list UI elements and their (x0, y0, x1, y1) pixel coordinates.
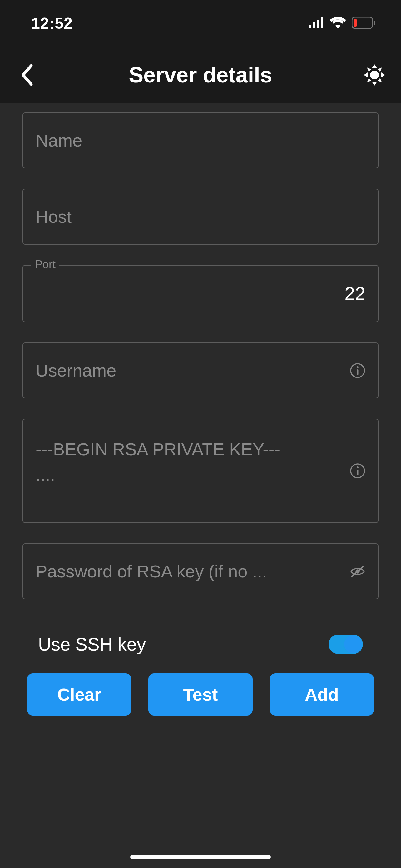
status-time: 12:52 (31, 14, 73, 32)
svg-point-20 (357, 466, 359, 468)
clear-button[interactable]: Clear (27, 673, 131, 715)
svg-rect-6 (354, 19, 357, 27)
username-input[interactable] (36, 360, 340, 380)
port-field-box[interactable]: 22 (23, 265, 378, 322)
chevron-left-icon (20, 64, 33, 86)
svg-marker-15 (377, 78, 382, 83)
rsakey-info-button[interactable] (350, 463, 365, 479)
rsakey-textarea[interactable] (36, 436, 340, 505)
svg-marker-8 (372, 64, 377, 68)
wifi-icon (330, 17, 346, 30)
cellular-icon (308, 17, 324, 30)
rsakey-field-wrapper (23, 419, 378, 523)
password-input[interactable] (36, 561, 340, 582)
app-header: Server details (0, 47, 401, 103)
ssh-key-toggle-label: Use SSH key (38, 634, 146, 655)
home-indicator[interactable] (130, 855, 271, 859)
page-title: Server details (39, 62, 362, 88)
back-button[interactable] (14, 62, 39, 88)
gear-icon (364, 64, 385, 86)
svg-line-23 (352, 566, 364, 577)
username-info-button[interactable] (350, 363, 365, 378)
svg-rect-18 (357, 369, 359, 375)
status-bar: 12:52 (0, 0, 401, 47)
name-input[interactable] (36, 130, 365, 151)
svg-marker-12 (367, 67, 371, 72)
action-button-row: Clear Test Add (23, 673, 378, 715)
settings-button[interactable] (362, 62, 387, 88)
password-field-wrapper (23, 544, 378, 599)
eye-off-icon (350, 564, 365, 579)
toggle-password-visibility-button[interactable] (350, 564, 365, 579)
svg-marker-9 (372, 82, 377, 86)
host-input[interactable] (36, 207, 365, 227)
ssh-key-toggle-row: Use SSH key (23, 620, 378, 673)
form-content: Port 22 (0, 103, 401, 715)
name-field-box[interactable] (23, 113, 378, 168)
port-value[interactable]: 22 (36, 283, 365, 304)
battery-icon (352, 17, 376, 30)
rsakey-field-box[interactable] (23, 419, 378, 523)
add-button[interactable]: Add (270, 673, 374, 715)
svg-rect-1 (312, 22, 315, 28)
password-field-box[interactable] (23, 544, 378, 599)
toggle-knob (344, 635, 362, 653)
name-field-wrapper (23, 113, 378, 168)
test-button[interactable]: Test (148, 673, 252, 715)
username-field-box[interactable] (23, 342, 378, 398)
svg-rect-0 (308, 25, 311, 28)
svg-marker-14 (367, 78, 371, 83)
ssh-key-toggle[interactable] (329, 634, 363, 654)
svg-point-7 (370, 71, 379, 80)
port-label: Port (31, 258, 59, 271)
host-field-box[interactable] (23, 189, 378, 245)
svg-rect-21 (357, 470, 359, 475)
svg-rect-3 (321, 17, 323, 28)
host-field-wrapper (23, 189, 378, 245)
svg-point-17 (357, 366, 359, 368)
svg-rect-5 (373, 21, 375, 25)
svg-rect-2 (317, 20, 319, 28)
info-icon (350, 463, 365, 479)
svg-marker-11 (381, 72, 385, 78)
port-field-wrapper: Port 22 (23, 265, 378, 322)
status-icons (308, 17, 376, 30)
username-field-wrapper (23, 342, 378, 398)
info-icon (350, 363, 365, 378)
svg-marker-13 (377, 67, 382, 72)
svg-marker-10 (364, 72, 368, 78)
